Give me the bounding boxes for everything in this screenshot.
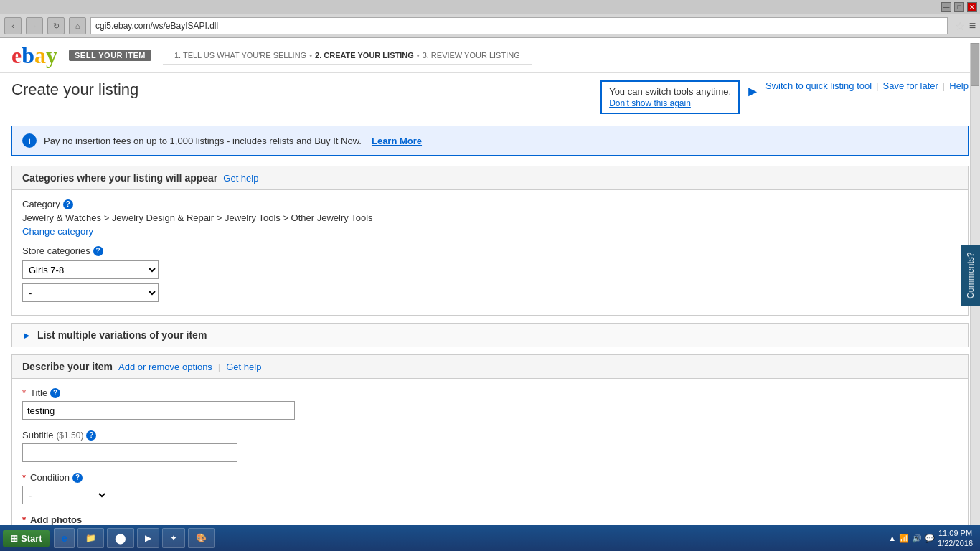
categories-body: Category ? Jewelry & Watches > Jewelry D… <box>12 190 968 315</box>
taskbar: ⊞ Start e 📁 ⬤ ▶ ✦ 🎨 ▲ 📶 🔊 💬 11:09 PM 1/2… <box>0 525 980 551</box>
title-help-icon[interactable]: ? <box>50 388 60 398</box>
taskbar-item-explorer[interactable]: 📁 <box>77 528 104 548</box>
taskbar-date-text: 1/22/2016 <box>938 538 973 548</box>
describe-get-help-link[interactable]: Get help <box>226 362 261 372</box>
browser-menu[interactable]: ≡ <box>969 19 976 32</box>
condition-field-group: * Condition ? - New Used For parts or no… <box>22 472 958 504</box>
condition-select[interactable]: - New Used For parts or not working <box>22 486 108 504</box>
add-photos-title: * Add photos <box>22 514 958 525</box>
info-icon: i <box>22 133 37 148</box>
subtitle-label-row: Subtitle ($1.50) ? <box>22 430 958 441</box>
start-button[interactable]: ⊞ Start <box>3 530 50 547</box>
taskbar-item-chrome[interactable]: ⬤ <box>107 528 134 548</box>
describe-title: Describe your item <box>22 361 113 372</box>
forward-button[interactable]: › <box>26 17 43 34</box>
step1-label: 1. TELL US WHAT YOU'RE SELLING <box>174 51 306 60</box>
sell-your-item-badge: SELL YOUR ITEM <box>69 50 151 61</box>
help-link[interactable]: Help <box>949 80 969 91</box>
dont-show-link[interactable]: Don't show this again <box>609 98 691 108</box>
store-category-select-1[interactable]: Girls 7-8 Boys Girls Unisex <box>22 260 159 279</box>
change-category-link[interactable]: Change category <box>22 226 93 237</box>
ebay-header: ebay SELL YOUR ITEM 1. TELL US WHAT YOU'… <box>0 38 980 73</box>
info-text: Pay no insertion fees on up to 1,000 lis… <box>44 136 362 146</box>
category-field-label: Category ? <box>22 199 958 209</box>
network-icon: 📶 <box>899 534 909 543</box>
browser-toolbar: ‹ › ↻ ⌂ cgi5.ebay.com/ws/eBayISAPI.dll ☆… <box>0 14 980 37</box>
back-button[interactable]: ‹ <box>4 17 22 34</box>
condition-help-icon[interactable]: ? <box>72 473 83 483</box>
categories-title: Categories where your listing will appea… <box>22 172 217 184</box>
main-area: Create your listing You can switch tools… <box>0 73 980 551</box>
learn-more-link[interactable]: Learn More <box>372 136 422 146</box>
variations-label: List multiple variations of your item <box>37 329 207 341</box>
categories-section: Categories where your listing will appea… <box>11 166 969 316</box>
address-bar[interactable]: cgi5.ebay.com/ws/eBayISAPI.dll <box>90 17 948 34</box>
categories-get-help[interactable]: Get help <box>223 173 258 184</box>
step2-label: 2. CREATE YOUR LISTING <box>315 51 414 60</box>
taskbar-clock: 11:09 PM 1/22/2016 <box>938 528 973 549</box>
taskbar-time-text: 11:09 PM <box>938 528 973 538</box>
describe-header: Describe your item Add or remove options… <box>11 354 969 378</box>
explorer-icon: 📁 <box>85 533 96 543</box>
taskbar-item-media[interactable]: ▶ <box>137 528 159 548</box>
category-path: Jewelry & Watches > Jewelry Design & Rep… <box>22 212 958 223</box>
minimize-btn[interactable]: — <box>941 2 951 12</box>
step-separator-1: • <box>309 51 312 60</box>
step3-label: 3. REVIEW YOUR LISTING <box>423 51 520 60</box>
category-help-icon[interactable]: ? <box>63 199 73 209</box>
sound-icon: 🔊 <box>912 534 922 543</box>
subtitle-field-group: Subtitle ($1.50) ? <box>22 430 958 462</box>
condition-required-star: * <box>22 472 26 483</box>
home-button[interactable]: ⌂ <box>69 17 86 34</box>
bookmark-star[interactable]: ☆ <box>955 19 965 33</box>
switch-tools-message: You can switch tools anytime. <box>609 86 731 97</box>
browser-chrome: — □ ✕ ‹ › ↻ ⌂ cgi5.ebay.com/ws/eBayISAPI… <box>0 0 980 38</box>
comments-tab-label: Comments? <box>966 253 976 299</box>
info-banner: i Pay no insertion fees on up to 1,000 l… <box>11 126 969 156</box>
close-btn[interactable]: ✕ <box>967 2 977 12</box>
ie-icon: e <box>62 532 67 544</box>
subtitle-cost: ($1.50) <box>56 430 83 441</box>
taskbar-item-app2[interactable]: 🎨 <box>188 528 215 548</box>
taskbar-item-ie[interactable]: e <box>54 528 75 548</box>
windows-icon: ⊞ <box>10 533 18 544</box>
store-categories-label: Store categories ? <box>22 245 958 256</box>
taskbar-tray: ▲ 📶 🔊 💬 11:09 PM 1/22/2016 <box>884 528 977 549</box>
arrow-icon: ► <box>745 83 760 100</box>
subtitle-label: Subtitle <box>22 430 53 441</box>
title-field-group: * Title ? <box>22 387 958 420</box>
subtitle-help-icon[interactable]: ? <box>86 430 96 441</box>
url-text: cgi5.ebay.com/ws/eBayISAPI.dll <box>95 21 218 31</box>
steps-bar: 1. TELL US WHAT YOU'RE SELLING • 2. CREA… <box>163 47 532 65</box>
describe-body: * Title ? Subtitle ($1.50) ? <box>11 378 969 547</box>
add-photos-label: Add photos <box>30 514 82 525</box>
step-separator-2: • <box>417 51 420 60</box>
describe-section: Describe your item Add or remove options… <box>11 354 969 547</box>
switch-tools-area: You can switch tools anytime. Don't show… <box>600 80 969 114</box>
store-category-select-2[interactable]: - Option A Option B <box>22 283 159 302</box>
condition-label: Condition <box>30 472 70 483</box>
comments-tab[interactable]: Comments? <box>961 245 980 306</box>
add-photos-star: * <box>22 514 26 525</box>
browser-titlebar: — □ ✕ <box>0 0 980 14</box>
subtitle-input[interactable] <box>22 443 237 462</box>
tray-arrow[interactable]: ▲ <box>888 534 896 542</box>
title-input[interactable] <box>22 401 295 420</box>
store-categories-help-icon[interactable]: ? <box>93 246 103 256</box>
quick-listing-link[interactable]: Switch to quick listing tool <box>765 80 872 91</box>
maximize-btn[interactable]: □ <box>954 2 964 12</box>
add-remove-options-link[interactable]: Add or remove options <box>118 362 212 372</box>
taskbar-items: e 📁 ⬤ ▶ ✦ 🎨 <box>54 528 885 548</box>
media-icon: ▶ <box>145 533 151 543</box>
variations-expand-icon[interactable]: ► <box>22 330 32 341</box>
app1-icon: ✦ <box>170 533 177 543</box>
title-label-row: * Title ? <box>22 387 958 398</box>
scroll-thumb[interactable] <box>971 43 979 86</box>
taskbar-item-app1[interactable]: ✦ <box>162 528 185 548</box>
title-label: Title <box>30 387 47 398</box>
save-later-link[interactable]: Save for later <box>883 80 938 91</box>
start-label: Start <box>21 533 42 544</box>
pipe-1: | <box>218 362 220 372</box>
reload-button[interactable]: ↻ <box>47 17 65 34</box>
sep-2: | <box>943 80 945 91</box>
